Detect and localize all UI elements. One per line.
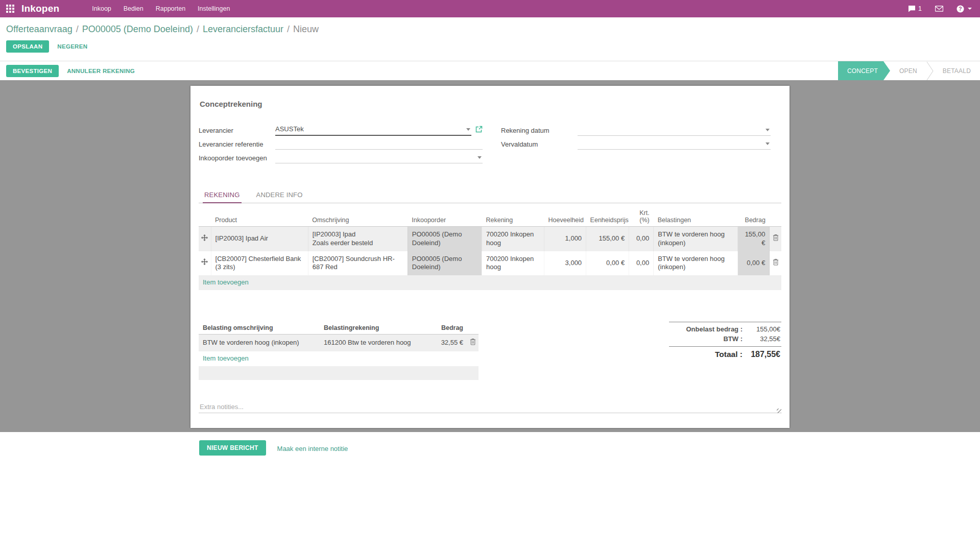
menu-inkoop[interactable]: Inkoop [86, 0, 117, 17]
col-inkooporder: Inkooporder [408, 207, 482, 226]
vendor-ref-input[interactable] [275, 139, 483, 148]
menu-bedien[interactable]: Bedien [117, 0, 150, 17]
step-betaald[interactable]: BETAALD [934, 61, 980, 80]
help-menu-button[interactable]: ? [957, 5, 972, 13]
cell-quantity[interactable]: 3,000 [544, 251, 586, 276]
chat-bubble-icon [908, 5, 916, 12]
tax-value: 32,55€ [743, 335, 780, 343]
cell-amount: 0,00 € [738, 251, 770, 276]
total-row: Totaal : 187,55€ [669, 346, 781, 360]
sheet-title: Conceptrekening [200, 100, 781, 108]
discard-button[interactable]: NEGEREN [52, 40, 92, 53]
trash-icon [773, 258, 779, 266]
invoice-lines-table: Product Omschrijving Inkooporder Rekenin… [199, 207, 781, 290]
trash-icon [470, 338, 476, 345]
log-note-link[interactable]: Maak een interne notitie [277, 445, 348, 452]
cell-description[interactable]: [CB20007] Soundcrush HR-687 Red [308, 251, 408, 276]
form-fields: Leverancier Leverancier referentie [199, 122, 781, 163]
cell-product[interactable]: [IP20003] Ipad Air [211, 226, 308, 251]
vendor-label: Leverancier [199, 127, 275, 136]
step-chevron-icon [926, 61, 934, 80]
vendor-input[interactable] [275, 125, 471, 134]
due-date-label: Vervaldatum [501, 140, 578, 150]
resize-grip-icon[interactable] [777, 409, 781, 413]
add-line-row[interactable]: Item toevoegen [199, 275, 781, 290]
breadcrumb-separator: / [287, 24, 290, 34]
untaxed-label: Onbelast bedrag : [686, 325, 743, 333]
app-title[interactable]: Inkopen [21, 3, 59, 14]
cell-product[interactable]: [CB20007] Chesterfield Bank (3 zits) [211, 251, 308, 276]
cell-description[interactable]: [IP20003] Ipad Zoals eerder besteld [308, 226, 408, 251]
cell-tax-account[interactable]: 161200 Btw te vorderen hoog [320, 335, 427, 351]
save-button[interactable]: OPSLAAN [6, 40, 49, 53]
menu-instellingen[interactable]: Instellingen [192, 0, 236, 17]
confirm-button[interactable]: BEVESTIGEN [6, 65, 59, 77]
delete-tax-button[interactable] [467, 335, 479, 351]
step-open[interactable]: OPEN [890, 61, 926, 80]
cell-purchase-order: PO00005 (Demo Doeleind) [408, 251, 482, 276]
col-tax-description: Belasting omschrijving [199, 322, 320, 335]
save-discard-row: OPSLAAN NEGEREN [6, 40, 980, 53]
chevron-down-icon[interactable] [766, 129, 770, 131]
inbox-button[interactable] [935, 6, 943, 12]
tab-andere-info[interactable]: ANDERE INFO [255, 187, 304, 203]
chevron-down-icon[interactable] [466, 128, 470, 131]
col-product: Product [211, 207, 308, 226]
col-omschrijving: Omschrijving [308, 207, 408, 226]
cell-discount[interactable]: 0,00 [629, 251, 654, 276]
extra-notes-input[interactable] [199, 402, 781, 413]
invoice-date-input[interactable] [578, 126, 771, 134]
cancel-invoice-button[interactable]: ANNULEER REKENING [62, 65, 140, 77]
chevron-down-icon[interactable] [477, 156, 482, 159]
cell-quantity[interactable]: 1,000 [544, 226, 586, 251]
drag-handle-icon[interactable] [199, 251, 211, 276]
tax-amount-row: BTW : 32,55€ [669, 334, 781, 344]
trash-col-header [770, 207, 781, 226]
invoice-sheet: Conceptrekening Leverancier L [190, 86, 790, 428]
new-message-button[interactable]: NIEUW BERICHT [199, 440, 266, 456]
cell-unit-price[interactable]: 0,00 € [586, 251, 629, 276]
top-navbar: Inkopen Inkoop Bedien Rapporten Instelli… [0, 0, 980, 17]
add-line-link[interactable]: Item toevoegen [199, 275, 781, 290]
delete-line-button[interactable] [770, 226, 781, 251]
cell-discount[interactable]: 0,00 [629, 226, 654, 251]
cell-unit-price[interactable]: 155,00 € [586, 226, 629, 251]
messages-button[interactable]: 1 [908, 5, 922, 12]
breadcrumb-offerteaanvraag[interactable]: Offerteaanvraag [6, 24, 73, 34]
tax-row-1[interactable]: BTW te vorderen hoog (inkopen) 161200 Bt… [199, 335, 479, 351]
step-concept[interactable]: CONCEPT [838, 61, 890, 80]
cell-tax-amount[interactable]: 32,55 € [427, 335, 467, 351]
cell-purchase-order: PO00005 (Demo Doeleind) [408, 226, 482, 251]
add-tax-row[interactable]: Item toevoegen [199, 351, 479, 366]
cell-account[interactable]: 700200 Inkopen hoog [482, 251, 544, 276]
breadcrumb: Offerteaanvraag/PO00005 (Demo Doeleind)/… [6, 24, 980, 35]
description-line-1: [IP20003] Ipad [313, 230, 403, 239]
line-row-2[interactable]: [CB20007] Chesterfield Bank (3 zits) [CB… [199, 251, 781, 276]
tab-rekening[interactable]: REKENING [203, 187, 242, 203]
untaxed-value: 155,00€ [743, 325, 780, 333]
tax-lines-table: Belasting omschrijving Belastingrekening… [199, 322, 479, 380]
apps-grid-icon[interactable] [6, 5, 14, 13]
tax-and-totals: Belasting omschrijving Belastingrekening… [199, 322, 781, 380]
cell-taxes[interactable]: BTW te vorderen hoog (inkopen) [654, 226, 738, 251]
add-tax-link[interactable]: Item toevoegen [199, 351, 479, 366]
external-link-icon[interactable] [475, 126, 483, 134]
due-date-input[interactable] [578, 139, 771, 148]
cell-account[interactable]: 700200 Inkopen hoog [482, 226, 544, 251]
breadcrumb-separator: / [197, 24, 199, 34]
cell-taxes[interactable]: BTW te vorderen hoog (inkopen) [654, 251, 738, 276]
cell-tax-name[interactable]: BTW te vorderen hoog (inkopen) [199, 335, 320, 351]
delete-line-button[interactable] [770, 251, 781, 276]
tax-header-row: Belasting omschrijving Belastingrekening… [199, 322, 479, 335]
chevron-down-icon[interactable] [766, 142, 770, 145]
drag-handle-icon[interactable] [199, 226, 211, 251]
totals-panel: Onbelast bedrag : 155,00€ BTW : 32,55€ T… [669, 322, 781, 360]
invoice-date-field-wrap [578, 124, 771, 136]
menu-rapporten[interactable]: Rapporten [150, 0, 192, 17]
breadcrumb-po00005[interactable]: PO00005 (Demo Doeleind) [82, 24, 193, 34]
line-row-1[interactable]: [IP20003] Ipad Air [IP20003] Ipad Zoals … [199, 226, 781, 251]
navbar-right: 1 ? [908, 5, 972, 13]
control-panel: Offerteaanvraag/PO00005 (Demo Doeleind)/… [0, 17, 980, 61]
breadcrumb-leveranciersfactuur[interactable]: Leveranciersfactuur [203, 24, 283, 34]
add-po-input[interactable] [275, 153, 483, 162]
